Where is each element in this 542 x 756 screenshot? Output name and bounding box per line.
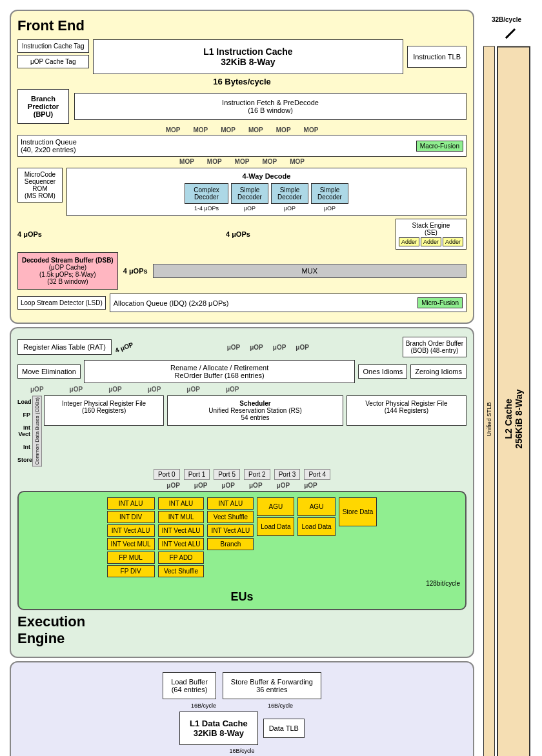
vect-reg-file: Vector Physical Register File (144 Regis… xyxy=(346,395,467,426)
adder3: Adder xyxy=(443,237,463,246)
execution-engine-title: Execution Engine xyxy=(17,613,467,647)
16b-cycle3: 16B/cycle xyxy=(17,748,467,754)
port1-eus: INT ALU INT MUL INT Vect ALU INT Vect AL… xyxy=(158,497,205,577)
port-0: Port 0 xyxy=(154,469,180,480)
port3-eus: AGU Load Data xyxy=(297,497,335,577)
instruction-tlb: Instruction TLB xyxy=(407,46,467,68)
move-elimination: Move Elimination xyxy=(17,364,81,379)
exec-mop-labels: μOP μOP μOP μOP xyxy=(227,344,309,351)
top-32b-cycle: 32B/cycle xyxy=(492,16,521,36)
decode-box: 4-Way Decode Complex Decoder 1-4 μOPs S xyxy=(66,168,467,216)
simple-decoder-2: Simple Decoder xyxy=(271,183,308,204)
cdb-label: Common Data Buses (CDBs) xyxy=(32,395,42,466)
port2-eus: AGU Load Data xyxy=(257,497,294,577)
frontend-title: Front End xyxy=(17,17,85,34)
dsb-4uops: 4 μOPs xyxy=(123,267,148,275)
four-uops-label2: 4 μOPs xyxy=(226,230,250,238)
load-store-labels: Load FP Int Vect Int Store xyxy=(17,395,30,466)
l1-instruction-cache: L1 Instruction Cache 32KiB 8-Way xyxy=(93,39,404,74)
mop-labels-1: MOP MOP MOP MOP MOP MOP xyxy=(17,126,467,134)
128bit-label: 128bit/cycle xyxy=(24,580,460,587)
port-mop-labels: μOP μOP μOP μOP μOP μOP xyxy=(17,482,467,489)
l1-data-cache: L1 Data Cache 32KiB 8-Way xyxy=(179,711,258,745)
memory-section: Load Buffer (64 entries) Store Buffer & … xyxy=(10,661,474,756)
store-buffer: Store Buffer & Forwarding 36 entries xyxy=(223,672,321,699)
zeroing-idioms: Zeroing Idioms xyxy=(410,364,467,379)
macro-fusion: Macro-Fusion xyxy=(416,141,463,152)
exec-mop-labels2: μOP μOP μOP μOP μOP μOP xyxy=(17,386,467,393)
four-uop-arrow: 4 μOP xyxy=(114,341,134,353)
port4-eus: Store Data xyxy=(339,497,377,577)
adder2: Adder xyxy=(421,237,441,246)
port0-eus: INT ALU INT DIV INT Vect ALU INT Vect MU… xyxy=(107,497,155,577)
adder1: Adder xyxy=(399,237,419,246)
load-buffer: Load Buffer (64 entries) xyxy=(163,672,216,699)
instruction-cache-tag: Instruction Cache Tag xyxy=(17,39,89,53)
cycle-labels-row: 16B/cycle 16B/cycle xyxy=(17,702,467,709)
eu-section: INT ALU INT DIV INT Vect ALU INT Vect MU… xyxy=(17,491,467,610)
four-uops-label: 4 μOPs xyxy=(17,230,42,238)
lsd-box: Loop Stream Detector (LSD) xyxy=(17,296,106,310)
rat-box: Register Alias Table (RAT) xyxy=(17,339,112,355)
fetch-predecode: Instruction Fetch & PreDecode (16 B wind… xyxy=(74,93,467,120)
l2-cache: L2 Cache 256KiB 8-Way xyxy=(497,46,530,756)
frontend-section: Front End Instruction Cache Tag μOP Cach… xyxy=(10,10,474,324)
bytes-cycle-label: 16 Bytes/cycle xyxy=(17,77,467,86)
mop-labels-2: MOP MOP MOP MOP MOP xyxy=(17,158,467,165)
stack-engine: Stack Engine (SE) Adder Adder Adder xyxy=(396,219,467,250)
port5-eus: INT ALU Vect Shuffle INT Vect ALU Branch xyxy=(207,497,254,577)
stlb-box: Unified STLB xyxy=(483,46,495,756)
instruction-queue: Instruction Queue (40, 2x20 entries) Mac… xyxy=(17,135,467,157)
microcode-rom: MicroCode Sequencer ROM (MS ROM) xyxy=(17,168,63,203)
ones-idioms: Ones Idioms xyxy=(358,364,407,379)
rename-box: Rename / Allocate / Retirement ReOrder B… xyxy=(84,360,356,383)
mux-bar: MUX xyxy=(153,264,467,278)
bob-box: Branch Order Buffer (BOB) (48-entry) xyxy=(403,337,467,357)
uop-cache-tag: μOP Cache Tag xyxy=(17,55,89,68)
allocation-queue: Allocation Queue (IDQ) (2x28 μOPs) Micro… xyxy=(110,293,467,312)
port-2: Port 2 xyxy=(244,469,270,480)
branch-predictor: Branch Predictor (BPU) xyxy=(17,89,69,124)
port-5: Port 5 xyxy=(214,469,240,480)
port-1: Port 1 xyxy=(184,469,210,480)
simple-decoder-1: Simple Decoder xyxy=(231,183,268,204)
execution-section: Register Alias Table (RAT) 4 μOP μOP μOP… xyxy=(10,327,474,658)
port-3: Port 3 xyxy=(274,469,301,480)
eus-title: EUs xyxy=(24,590,460,604)
micro-fusion: Micro-Fusion xyxy=(417,297,463,308)
dsb-box: Decoded Stream Buffer (DSB) (μOP Cache) … xyxy=(17,252,118,290)
data-tlb: Data TLB xyxy=(263,719,305,738)
ports-row: Port 0 Port 1 Port 5 Port 2 Port 3 Port … xyxy=(17,469,467,480)
port-4: Port 4 xyxy=(304,469,330,480)
simple-decoder-3: Simple Decoder xyxy=(311,183,348,204)
complex-decoder: Complex Decoder xyxy=(185,183,228,204)
int-reg-file: Integer Physical Register File (160 Regi… xyxy=(44,395,164,426)
scheduler-box: Scheduler Unified Reservation Station (R… xyxy=(167,395,343,426)
